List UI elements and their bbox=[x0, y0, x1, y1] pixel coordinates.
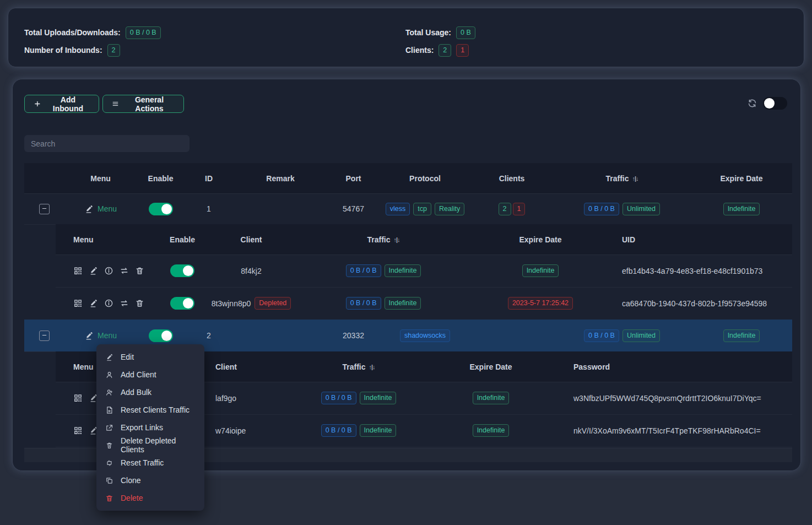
menu-item-label: Delete Depleted Clients bbox=[121, 436, 196, 454]
toggle-knob bbox=[161, 331, 172, 341]
col-traffic-sort[interactable]: Traffic ↑|↓ bbox=[553, 163, 691, 193]
qrcode-icon[interactable] bbox=[73, 266, 83, 275]
clients-count-label: Clients: bbox=[405, 46, 434, 55]
toggle-knob bbox=[183, 298, 193, 308]
enable-toggle[interactable] bbox=[149, 329, 173, 342]
menu-item-label: Add Bulk bbox=[121, 388, 151, 397]
clients-badges bbox=[470, 320, 553, 351]
traffic-limit-badge: Indefinite bbox=[385, 297, 421, 310]
enable-toggle[interactable] bbox=[149, 203, 173, 215]
col-protocol: Protocol bbox=[380, 163, 470, 193]
col-expire: Expire Date bbox=[419, 351, 562, 382]
row-menu-label: Menu bbox=[98, 204, 117, 213]
client-name: 8f4kj2 bbox=[204, 255, 298, 287]
edit-pencil-icon bbox=[84, 331, 94, 340]
menu-item-label: Add Client bbox=[121, 370, 156, 379]
client-row: 8t3wjnn8p0 Depleted 0 B / 0 B Indefinite… bbox=[56, 287, 792, 320]
traffic-limit-badge: Unlimited bbox=[622, 203, 660, 215]
depleted-badge: Depleted bbox=[255, 297, 291, 310]
uploads-downloads-label: Total Uploads/Downloads: bbox=[24, 28, 121, 37]
col-traffic-sort[interactable]: Traffic ↑|↓ bbox=[298, 224, 469, 255]
add-inbound-button[interactable]: Add Inbound bbox=[24, 95, 99, 113]
col-remark: Remark bbox=[234, 163, 327, 193]
uploads-downloads-value: 0 B / 0 B bbox=[126, 26, 161, 39]
client-traffic: 0 B / 0 B Indefinite bbox=[298, 414, 419, 447]
client-name: laf9go bbox=[204, 382, 298, 414]
export-icon bbox=[105, 424, 113, 432]
traffic-badges: 0 B / 0 B Unlimited bbox=[553, 193, 691, 224]
client-password: w3NfbzUPf5WWd745Q8pvsmQrdrttT2IO6knuI7Di… bbox=[562, 382, 792, 414]
inbound-remark bbox=[234, 193, 327, 224]
qrcode-icon[interactable] bbox=[73, 299, 83, 308]
traffic-badge: 0 B / 0 B bbox=[346, 297, 381, 310]
general-actions-label: General Actions bbox=[124, 95, 175, 113]
search-input[interactable] bbox=[24, 135, 190, 152]
general-actions-button[interactable]: General Actions bbox=[102, 95, 184, 113]
bin-icon bbox=[105, 441, 113, 450]
file-sync-icon bbox=[105, 406, 113, 414]
pencil-icon bbox=[105, 353, 113, 361]
menu-bars-icon bbox=[112, 100, 119, 108]
info-icon[interactable] bbox=[104, 299, 113, 308]
client-enable-toggle[interactable] bbox=[170, 264, 194, 277]
traffic-label: Traffic bbox=[342, 362, 365, 371]
client-enable-toggle[interactable] bbox=[170, 297, 194, 310]
collapse-row-button[interactable] bbox=[39, 204, 50, 214]
menu-item-reset-clients-traffic[interactable]: Reset Clients Traffic bbox=[96, 401, 204, 419]
col-password: Password bbox=[562, 351, 792, 382]
menu-item-label: Delete bbox=[121, 494, 143, 502]
info-icon[interactable] bbox=[104, 266, 113, 275]
col-traffic-sort[interactable]: Traffic ↑|↓ bbox=[298, 351, 419, 382]
refresh-icon[interactable] bbox=[747, 98, 757, 109]
protocol-badge: Reality bbox=[435, 203, 464, 215]
protocol-badge: tcp bbox=[413, 203, 431, 215]
clients-active-value: 2 bbox=[439, 44, 451, 57]
total-usage-value: 0 B bbox=[456, 26, 475, 39]
client-uid: ca68470b-1940-437d-802b-1f9573e94598 bbox=[612, 287, 792, 320]
menu-item-label: Export Links bbox=[121, 423, 163, 432]
menu-item-add-client[interactable]: Add Client bbox=[96, 366, 204, 383]
minus-icon bbox=[41, 204, 47, 213]
user-icon bbox=[105, 371, 113, 379]
protocol-badge: shadowsocks bbox=[400, 329, 450, 342]
menu-item-reset-traffic[interactable]: Reset Traffic bbox=[96, 454, 204, 472]
qrcode-icon[interactable] bbox=[73, 393, 83, 403]
edit-client-icon[interactable] bbox=[89, 266, 98, 275]
menu-item-delete-depleted-clients[interactable]: Delete Depleted Clients bbox=[96, 436, 204, 454]
menu-item-delete[interactable]: Delete bbox=[96, 489, 204, 507]
delete-client-icon[interactable] bbox=[135, 266, 144, 275]
row-menu-button[interactable]: Menu bbox=[84, 331, 117, 340]
delete-client-icon[interactable] bbox=[135, 299, 144, 308]
row-menu-button[interactable]: Menu bbox=[84, 204, 117, 214]
menu-item-export-links[interactable]: Export Links bbox=[96, 419, 204, 436]
traffic-badges: 0 B / 0 B Unlimited bbox=[553, 320, 691, 351]
menu-item-clone[interactable]: Clone bbox=[96, 472, 204, 489]
stats-card: Total Uploads/Downloads: 0 B / 0 B Numbe… bbox=[8, 8, 804, 67]
reset-traffic-icon[interactable] bbox=[120, 299, 129, 308]
menu-item-label: Reset Traffic bbox=[121, 458, 164, 467]
menu-item-edit[interactable]: Edit bbox=[96, 348, 204, 366]
edit-pencil-icon bbox=[84, 204, 94, 214]
expire-badge: Indefinite bbox=[723, 329, 760, 342]
total-usage-label: Total Usage: bbox=[405, 28, 451, 37]
inbound-port: 54767 bbox=[327, 193, 380, 224]
theme-toggle[interactable] bbox=[763, 97, 787, 110]
inbound-id: 1 bbox=[184, 193, 234, 224]
traffic-limit-badge: Indefinite bbox=[360, 392, 397, 404]
expire-badge: Indefinite bbox=[473, 392, 510, 404]
qrcode-icon[interactable] bbox=[73, 426, 83, 435]
toggle-knob bbox=[183, 266, 193, 276]
toggle-knob bbox=[764, 98, 775, 109]
reset-traffic-icon[interactable] bbox=[120, 266, 129, 275]
clients-badges: 2 1 bbox=[470, 193, 553, 224]
col-client: Client bbox=[204, 224, 298, 255]
client-table-header: Menu Enable Client Traffic ↑|↓ Expire Da… bbox=[56, 224, 792, 255]
traffic-badge: 0 B / 0 B bbox=[584, 203, 619, 215]
col-enable: Enable bbox=[160, 224, 204, 255]
menu-item-add-bulk[interactable]: Add Bulk bbox=[96, 383, 204, 401]
inbound-port: 20332 bbox=[327, 320, 380, 351]
collapse-row-button[interactable] bbox=[39, 331, 50, 341]
retweet-icon bbox=[105, 459, 113, 467]
col-uid: UID bbox=[612, 224, 792, 255]
edit-client-icon[interactable] bbox=[89, 299, 98, 308]
